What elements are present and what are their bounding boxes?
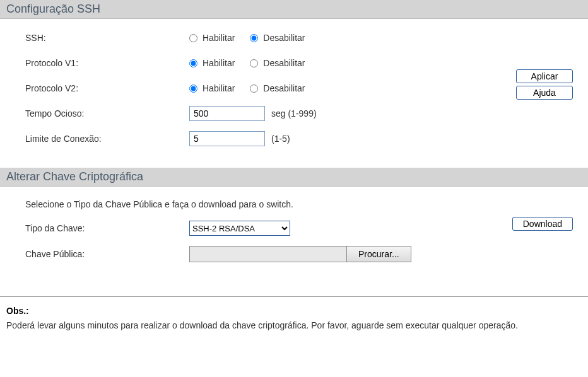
suffix-limit: (1-5) bbox=[271, 134, 290, 144]
row-idle: Tempo Ocioso: seg (1-999) bbox=[25, 106, 582, 121]
row-limit: Limite de Conexão: (1-5) bbox=[25, 131, 582, 146]
radio-v2-disable-label: Desabilitar bbox=[263, 83, 305, 93]
radio-ssh-disable-label: Desabilitar bbox=[263, 33, 305, 43]
label-ssh: SSH: bbox=[25, 33, 189, 43]
ssh-config-header: Configuração SSH bbox=[0, 0, 588, 19]
label-v2: Protocolo V2: bbox=[25, 83, 189, 93]
key-section-body: Selecione o Tipo da Chave Pública e faça… bbox=[0, 187, 588, 291]
ssh-config-body: SSH: Habilitar Desabilitar Protocolo V1:… bbox=[0, 19, 588, 168]
row-v2: Protocolo V2: Habilitar Desabilitar bbox=[25, 81, 582, 96]
row-key-type: Tipo da Chave: SSH-2 RSA/DSA bbox=[25, 221, 582, 236]
label-v1: Protocolo V1: bbox=[25, 58, 189, 68]
radio-v2-disable-wrap[interactable]: Desabilitar bbox=[250, 83, 305, 93]
key-section-header: Alterar Chave Criptográfica bbox=[0, 168, 588, 187]
file-path-display bbox=[189, 246, 347, 262]
help-button[interactable]: Ajuda bbox=[516, 86, 573, 100]
suffix-idle: seg (1-999) bbox=[271, 108, 317, 119]
radio-v1-disable-wrap[interactable]: Desabilitar bbox=[250, 58, 305, 68]
label-key-type: Tipo da Chave: bbox=[25, 223, 189, 233]
radio-group-v1: Habilitar Desabilitar bbox=[189, 58, 317, 68]
download-button[interactable]: Download bbox=[512, 217, 573, 231]
radio-ssh-enable-label: Habilitar bbox=[203, 33, 235, 43]
row-public-key: Chave Pública: Procurar... bbox=[25, 246, 582, 262]
radio-ssh-disable-wrap[interactable]: Desabilitar bbox=[250, 33, 305, 43]
radio-v2-enable[interactable] bbox=[189, 84, 197, 93]
radio-v2-enable-wrap[interactable]: Habilitar bbox=[189, 83, 235, 93]
radio-ssh-enable[interactable] bbox=[189, 34, 197, 42]
radio-group-ssh: Habilitar Desabilitar bbox=[189, 33, 317, 43]
row-v1: Protocolo V1: Habilitar Desabilitar bbox=[25, 55, 582, 71]
input-idle-time[interactable] bbox=[189, 106, 265, 121]
radio-v1-disable-label: Desabilitar bbox=[263, 58, 305, 68]
key-instruction: Selecione o Tipo da Chave Pública e faça… bbox=[25, 199, 582, 209]
radio-v1-disable[interactable] bbox=[250, 59, 258, 67]
radio-ssh-enable-wrap[interactable]: Habilitar bbox=[189, 33, 235, 43]
input-conn-limit[interactable] bbox=[189, 131, 265, 146]
radio-v1-enable-wrap[interactable]: Habilitar bbox=[189, 58, 235, 68]
download-wrap: Download bbox=[512, 217, 573, 231]
radio-v1-enable[interactable] bbox=[189, 59, 197, 67]
label-limit: Limite de Conexão: bbox=[25, 134, 189, 144]
note-title: Obs.: bbox=[6, 306, 582, 316]
radio-v2-disable[interactable] bbox=[250, 84, 258, 93]
browse-button[interactable]: Procurar... bbox=[346, 246, 411, 262]
radio-v1-enable-label: Habilitar bbox=[203, 58, 235, 68]
apply-button[interactable]: Aplicar bbox=[516, 69, 573, 83]
row-ssh: SSH: Habilitar Desabilitar bbox=[25, 30, 582, 45]
select-key-type[interactable]: SSH-2 RSA/DSA bbox=[189, 221, 290, 236]
radio-v2-enable-label: Habilitar bbox=[203, 83, 235, 93]
label-idle: Tempo Ocioso: bbox=[25, 108, 189, 119]
label-public-key: Chave Pública: bbox=[25, 249, 189, 259]
radio-ssh-disable[interactable] bbox=[250, 34, 258, 42]
ssh-right-buttons: Aplicar Ajuda bbox=[516, 69, 573, 100]
note-section: Obs.: Poderá levar alguns minutos para r… bbox=[0, 296, 588, 339]
radio-group-v2: Habilitar Desabilitar bbox=[189, 83, 317, 93]
note-text: Poderá levar alguns minutos para realiza… bbox=[6, 320, 582, 332]
